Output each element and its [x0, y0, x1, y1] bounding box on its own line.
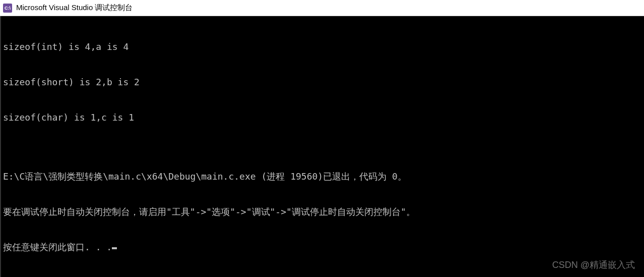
prompt-text: 按任意键关闭此窗口. . . [3, 242, 112, 252]
prompt-line: 按任意键关闭此窗口. . . [3, 241, 642, 253]
output-line: sizeof(char) is 1,c is 1 [3, 112, 642, 123]
title-bar[interactable]: C:\ Microsoft Visual Studio 调试控制台 [0, 0, 644, 16]
output-line: sizeof(short) is 2,b is 2 [3, 76, 642, 88]
window-title: Microsoft Visual Studio 调试控制台 [16, 3, 133, 13]
console-output[interactable]: sizeof(int) is 4,a is 4 sizeof(short) is… [0, 16, 644, 277]
output-line: E:\C语言\强制类型转换\main.c\x64\Debug\main.c.ex… [3, 171, 642, 182]
watermark: CSDN @精通嵌入式 [552, 259, 635, 271]
output-line: 要在调试停止时自动关闭控制台，请启用"工具"->"选项"->"调试"->"调试停… [3, 206, 642, 217]
output-line: sizeof(int) is 4,a is 4 [3, 41, 642, 52]
app-icon-text: C:\ [5, 6, 11, 11]
app-icon: C:\ [3, 4, 12, 13]
cursor-icon [112, 247, 117, 249]
